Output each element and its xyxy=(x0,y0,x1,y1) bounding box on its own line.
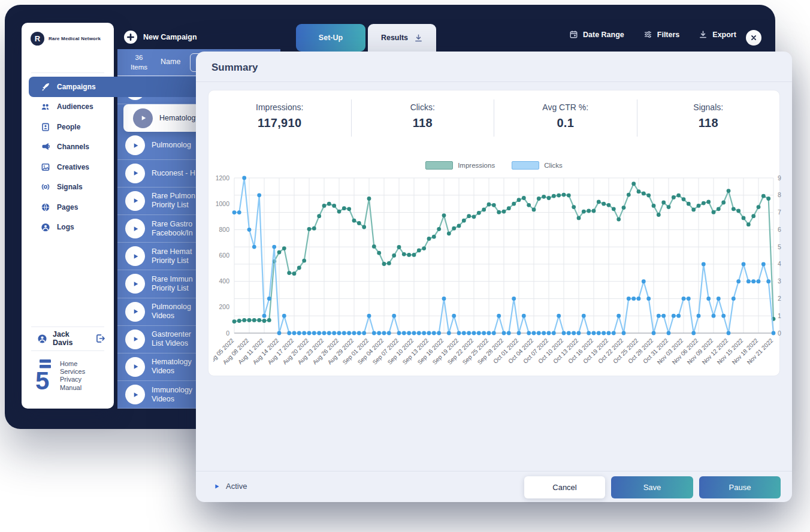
sidebar-item-people[interactable]: People xyxy=(22,117,114,137)
footer-link-services[interactable]: Services xyxy=(60,368,85,376)
sidebar-item-logs[interactable]: Logs xyxy=(22,217,114,238)
stat-impressions: Impressions:117,910 xyxy=(208,99,351,137)
filters-button[interactable]: Filters xyxy=(643,30,680,39)
svg-text:6: 6 xyxy=(778,226,781,233)
close-button[interactable] xyxy=(746,30,761,46)
campaign-name: GastroenterList Videos xyxy=(152,330,191,348)
svg-text:7: 7 xyxy=(778,208,781,216)
play-icon xyxy=(131,225,140,233)
stat-value: 118 xyxy=(637,116,780,130)
image-icon xyxy=(41,162,50,172)
play-button[interactable] xyxy=(125,219,145,238)
legend-item-clicks[interactable]: Clicks xyxy=(512,161,563,170)
svg-text:400: 400 xyxy=(219,277,229,285)
action-label: Date Range xyxy=(583,31,624,39)
brand-name: Rare Medical Network xyxy=(49,36,108,41)
play-button[interactable] xyxy=(133,108,153,128)
play-icon xyxy=(131,280,140,288)
svg-text:1200: 1200 xyxy=(216,174,230,182)
svg-text:600: 600 xyxy=(219,252,229,259)
filters-icon xyxy=(643,30,652,39)
save-button[interactable]: Save xyxy=(611,476,693,498)
user-circle-icon xyxy=(37,334,47,344)
stat-value: 117,910 xyxy=(208,116,351,130)
tab-set-up[interactable]: Set-Up xyxy=(296,24,365,52)
chart-legend: ImpressionsClicks xyxy=(208,161,779,170)
play-button[interactable] xyxy=(125,302,145,322)
items-count: 36 Items xyxy=(127,53,151,72)
stat-signals: Signals:118 xyxy=(637,99,780,137)
user-name: Jack Davis xyxy=(53,330,89,347)
play-button[interactable] xyxy=(125,330,145,349)
play-button[interactable] xyxy=(125,246,145,266)
sidebar-item-label: Pages xyxy=(57,203,78,211)
sidebar-divider xyxy=(31,350,104,351)
sidebar-item-label: Logs xyxy=(57,223,74,231)
sidebar: R Rare Medical Network CampaignsAudience… xyxy=(22,23,114,409)
sidebar-item-audiences[interactable]: Audiences xyxy=(22,97,114,117)
new-campaign-label: New Campaign xyxy=(143,33,197,41)
play-button[interactable] xyxy=(125,135,145,155)
cancel-button[interactable]: Cancel xyxy=(524,476,605,498)
svg-text:1000: 1000 xyxy=(216,200,230,207)
play-icon xyxy=(131,362,140,371)
play-button[interactable] xyxy=(125,274,145,294)
sidebar-divider xyxy=(31,72,104,73)
play-icon xyxy=(131,307,140,316)
footer-link-home[interactable]: Home xyxy=(60,360,85,368)
campaign-name: Ruconest - H xyxy=(152,169,195,178)
stat-label: Impressions: xyxy=(208,102,351,112)
name-column-header: Name xyxy=(161,58,180,66)
play-icon xyxy=(213,482,220,490)
sidebar-item-label: Signals xyxy=(57,183,83,191)
signal-icon xyxy=(41,182,50,192)
sidebar-item-creatives[interactable]: Creatives xyxy=(22,157,114,177)
play-icon xyxy=(131,391,140,399)
items-count-unit: Items xyxy=(127,62,151,72)
play-icon xyxy=(131,141,140,150)
play-button[interactable] xyxy=(125,385,145,404)
audiences-icon xyxy=(41,102,50,111)
svg-text:9: 9 xyxy=(778,174,781,182)
modal-divider xyxy=(196,81,792,82)
sidebar-nav: CampaignsAudiencesPeopleChannelsCreative… xyxy=(22,77,114,237)
new-campaign-button[interactable]: New Campaign xyxy=(124,31,197,44)
legend-item-impressions[interactable]: Impressions xyxy=(425,161,495,170)
date-range-button[interactable]: Date Range xyxy=(569,30,624,39)
play-button[interactable] xyxy=(125,191,145,211)
globe-icon xyxy=(41,202,50,212)
sidebar-item-pages[interactable]: Pages xyxy=(22,197,114,217)
sidebar-item-channels[interactable]: Channels xyxy=(22,137,114,158)
tab-results[interactable]: Results xyxy=(368,24,436,52)
summary-modal: Summary Impressions:117,910Clicks:118Avg… xyxy=(196,52,792,502)
sidebar-item-label: Campaigns xyxy=(57,83,96,91)
legend-label: Impressions xyxy=(458,162,495,169)
play-icon xyxy=(131,252,140,261)
sidebar-item-signals[interactable]: Signals xyxy=(22,177,114,198)
svg-text:1: 1 xyxy=(778,312,781,319)
legend-swatch xyxy=(425,161,453,170)
summary-card: Impressions:117,910Clicks:118Avg CTR %:0… xyxy=(208,90,780,376)
calendar-icon xyxy=(569,30,578,39)
export-button[interactable]: Export xyxy=(699,30,736,39)
footer-link-manual[interactable]: Manual xyxy=(60,384,85,392)
campaign-status: Active xyxy=(213,482,247,491)
logout-icon[interactable] xyxy=(95,333,105,344)
play-icon xyxy=(131,335,140,343)
stat-clicks: Clicks:118 xyxy=(351,99,494,137)
svg-text:8: 8 xyxy=(778,191,781,198)
play-button[interactable] xyxy=(125,164,145,183)
tab-label: Results xyxy=(381,34,408,42)
status-label: Active xyxy=(226,482,247,491)
sidebar-item-label: Creatives xyxy=(57,163,89,171)
play-button[interactable] xyxy=(125,357,145,377)
footer-link-privacy[interactable]: Privacy xyxy=(60,376,85,383)
action-label: Filters xyxy=(657,31,680,39)
svg-text:0: 0 xyxy=(226,330,229,337)
svg-text:2: 2 xyxy=(778,295,781,302)
download-icon xyxy=(699,30,708,39)
stat-label: Avg CTR %: xyxy=(494,102,637,112)
campaign-name: ImmunologyVideos xyxy=(152,386,192,404)
pause-button[interactable]: Pause xyxy=(699,476,781,498)
download-icon xyxy=(414,34,423,43)
